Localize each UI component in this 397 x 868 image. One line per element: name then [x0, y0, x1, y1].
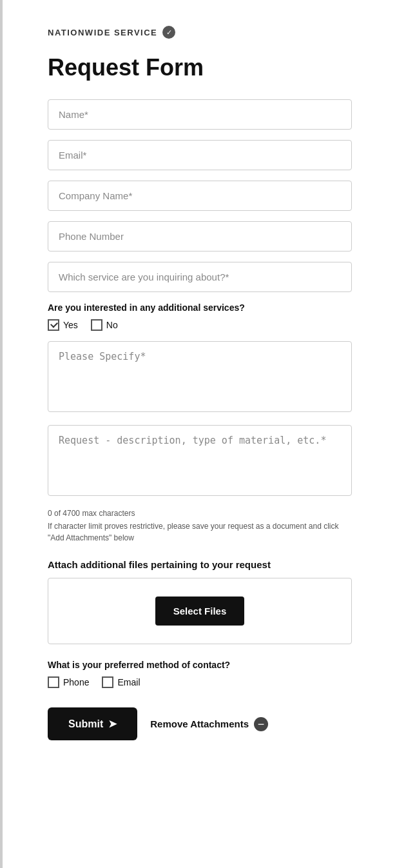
remove-attachments-label: Remove Attachments: [150, 718, 249, 729]
additional-services-checkboxes: Yes No: [48, 319, 352, 331]
phone-contact-option[interactable]: Phone: [48, 676, 89, 688]
email-contact-option[interactable]: Email: [102, 676, 140, 688]
contact-section: What is your preferred method of contact…: [48, 660, 352, 688]
nationwide-banner: NATIONWIDE SERVICE ✓: [48, 0, 352, 39]
no-checkbox[interactable]: [91, 319, 102, 331]
contact-method-checkboxes: Phone Email: [48, 676, 352, 688]
char-limit-hint: If character limit proves restrictive, p…: [48, 520, 352, 544]
phone-contact-checkbox[interactable]: [48, 676, 59, 688]
action-row: Submit ➤ Remove Attachments −: [48, 707, 352, 740]
remove-attachments-button[interactable]: Remove Attachments −: [150, 717, 268, 731]
attach-label: Attach additional files pertaining to yo…: [48, 559, 352, 570]
submit-label: Submit: [68, 718, 103, 730]
remove-icon: −: [254, 717, 268, 731]
company-name-input[interactable]: [48, 181, 352, 211]
select-files-button[interactable]: Select Files: [155, 597, 245, 626]
phone-input[interactable]: [48, 221, 352, 252]
name-input[interactable]: [48, 99, 352, 130]
please-specify-textarea[interactable]: [48, 341, 352, 412]
verified-icon: ✓: [162, 26, 175, 39]
email-contact-label: Email: [117, 677, 140, 687]
yes-checkbox[interactable]: [48, 319, 59, 331]
email-contact-checkbox[interactable]: [102, 676, 113, 688]
request-description-textarea[interactable]: [48, 425, 352, 496]
service-inquiry-input[interactable]: [48, 262, 352, 292]
contact-question: What is your preferred method of contact…: [48, 660, 352, 670]
no-label: No: [106, 320, 118, 330]
yes-label: Yes: [63, 320, 78, 330]
file-drop-zone[interactable]: Select Files: [48, 578, 352, 644]
email-input[interactable]: [48, 140, 352, 170]
phone-contact-label: Phone: [63, 677, 89, 687]
char-limit-counter: 0 of 4700 max characters: [48, 509, 352, 518]
submit-button[interactable]: Submit ➤: [48, 707, 137, 740]
no-option[interactable]: No: [91, 319, 118, 331]
additional-services-question: Are you interested in any additional ser…: [48, 302, 352, 313]
yes-option[interactable]: Yes: [48, 319, 78, 331]
page-container: NATIONWIDE SERVICE ✓ Request Form Are yo…: [0, 0, 397, 868]
submit-arrow-icon: ➤: [108, 718, 117, 730]
nationwide-label: NATIONWIDE SERVICE: [48, 28, 157, 37]
page-title: Request Form: [48, 54, 352, 81]
